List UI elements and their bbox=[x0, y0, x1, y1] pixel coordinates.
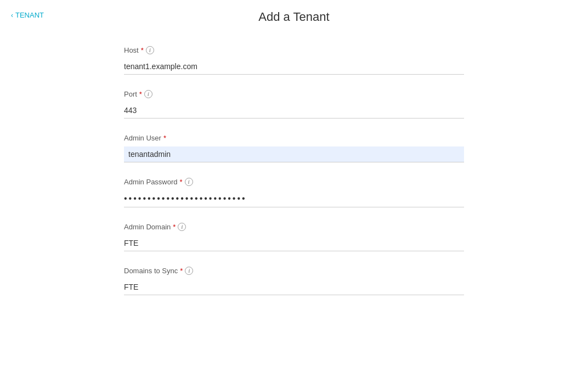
back-nav-label: TENANT bbox=[15, 11, 44, 19]
chevron-left-icon: ‹ bbox=[11, 12, 13, 19]
admin-domain-label: Admin Domain * i bbox=[124, 223, 464, 231]
admin-user-required-star: * bbox=[163, 134, 166, 142]
port-required-star: * bbox=[139, 90, 142, 98]
admin-user-label-text: Admin User bbox=[124, 134, 161, 142]
host-group: Host * i bbox=[124, 46, 464, 75]
port-info-icon[interactable]: i bbox=[144, 90, 152, 98]
admin-password-label-text: Admin Password bbox=[124, 178, 178, 186]
admin-user-group: Admin User * bbox=[124, 134, 464, 162]
admin-user-label: Admin User * bbox=[124, 134, 464, 142]
admin-domain-info-icon[interactable]: i bbox=[178, 223, 186, 231]
port-label-text: Port bbox=[124, 90, 137, 98]
domains-to-sync-required-star: * bbox=[180, 267, 183, 275]
domains-to-sync-label: Domains to Sync * i bbox=[124, 267, 464, 275]
port-group: Port * i bbox=[124, 90, 464, 119]
back-nav[interactable]: ‹ TENANT bbox=[11, 11, 44, 19]
admin-password-info-icon[interactable]: i bbox=[185, 178, 193, 186]
port-input[interactable] bbox=[124, 103, 464, 119]
admin-domain-label-text: Admin Domain bbox=[124, 223, 171, 231]
domains-to-sync-info-icon[interactable]: i bbox=[185, 267, 193, 275]
admin-password-group: Admin Password * i bbox=[124, 178, 464, 207]
admin-domain-group: Admin Domain * i bbox=[124, 223, 464, 251]
host-required-star: * bbox=[141, 46, 144, 54]
admin-user-input[interactable] bbox=[124, 146, 464, 162]
admin-domain-input[interactable] bbox=[124, 235, 464, 251]
domains-to-sync-input[interactable] bbox=[124, 279, 464, 295]
host-label: Host * i bbox=[124, 46, 464, 54]
host-input[interactable] bbox=[124, 59, 464, 75]
admin-domain-required-star: * bbox=[173, 223, 176, 231]
admin-password-input[interactable] bbox=[124, 190, 464, 207]
admin-password-label: Admin Password * i bbox=[124, 178, 464, 186]
domains-to-sync-label-text: Domains to Sync bbox=[124, 267, 178, 275]
host-label-text: Host bbox=[124, 46, 139, 54]
host-info-icon[interactable]: i bbox=[146, 46, 154, 54]
admin-password-required-star: * bbox=[180, 178, 183, 186]
page-title: Add a Tenant bbox=[0, 10, 588, 24]
domains-to-sync-group: Domains to Sync * i bbox=[124, 267, 464, 295]
port-label: Port * i bbox=[124, 90, 464, 98]
add-tenant-form: Host * i Port * i Admin User * Admin Pas… bbox=[113, 46, 475, 295]
